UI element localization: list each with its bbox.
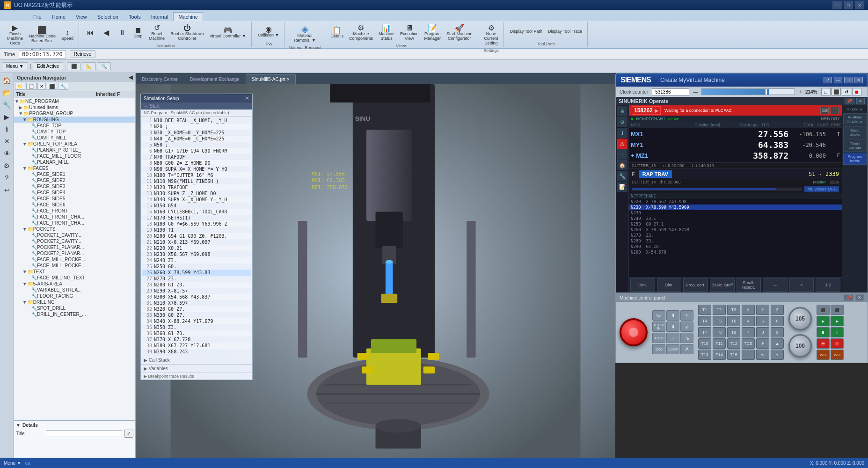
tree-item-29[interactable]: 🔧FACE_MILLING_TEXT [14, 275, 135, 281]
tree-item-16[interactable]: 🔧FACE_SIDE5 [14, 196, 135, 202]
left-icon-question[interactable]: ? [1, 172, 13, 183]
tree-item-22[interactable]: 🔧POCKET1_CAVITY... [14, 232, 135, 238]
btn-speed[interactable]: ↕ Speed [59, 28, 76, 43]
btn-pause[interactable]: ⏸ [115, 28, 130, 38]
tree-item-20[interactable]: 🔧FACE_FRONT_CHA... [14, 220, 135, 226]
t4-btn2[interactable]: 4 [742, 316, 755, 326]
btn-start-machine-configurator[interactable]: 🚀Start MachineConfigurator [444, 23, 475, 43]
left-icon-tools[interactable]: 🔧 [1, 99, 13, 110]
tree-item-34[interactable]: 🔧SPOT_DRILL [14, 305, 135, 311]
btn-machine-status[interactable]: 📊MachineStatus [376, 23, 397, 43]
tab-sinumill5[interactable]: SinuMill5-AC.prt × [246, 74, 296, 84]
sin-icon-prog[interactable]: 📝 [617, 182, 627, 192]
clock-view-btn3[interactable]: ↺ [842, 88, 851, 95]
t3-btn[interactable]: T3 [727, 305, 740, 315]
left-icon-settings[interactable]: ⚙ [1, 160, 13, 171]
siemens-minimize-button[interactable]: — [834, 77, 842, 83]
mcp-arr2[interactable]: ↖ [680, 310, 693, 321]
mcp-arr6[interactable]: ↘ [680, 333, 693, 343]
close-button[interactable]: ✕ [855, 1, 864, 9]
tree-item-23[interactable]: 🔧POCKET2_CAVITY... [14, 238, 135, 244]
ty-btn[interactable]: Y [756, 305, 769, 315]
t7-btn[interactable]: T7 [698, 327, 711, 337]
tree-item-30[interactable]: ▼📁5-AXIS-AREA [14, 281, 135, 287]
retrieve-button[interactable]: Retrieve [70, 50, 95, 58]
mcp-1000[interactable]: 1000 [652, 344, 665, 354]
siemens-maximize-button[interactable]: □ [844, 77, 853, 83]
mcp-close-btn[interactable]: ✕ [855, 294, 864, 301]
t10-btn[interactable]: T10 [698, 338, 711, 349]
tree-item-5[interactable]: 🔧CAVITY_TOP [14, 129, 135, 135]
edit-active-button[interactable]: Edit Active [33, 62, 63, 70]
mcp-auto2[interactable]: A [680, 344, 693, 354]
variables-section[interactable]: ▶ Variables [141, 364, 252, 373]
sk-arrow[interactable]: > [789, 278, 814, 292]
btn-finish-machine-code[interactable]: ▶ FinishMachineCode [5, 23, 25, 47]
tree-item-26[interactable]: 🔧FACE_MILL_POCKE... [14, 256, 135, 263]
mcp-action1[interactable]: ⬛ [817, 305, 830, 315]
btn-machine-code-sim[interactable]: ⬛ Machine CodeBased Sim. [26, 25, 58, 45]
call-stack[interactable]: ▶ Call Stack [141, 356, 252, 364]
tab-machine[interactable]: Machine [173, 12, 203, 21]
tree-item-8[interactable]: 🔧PLANAR_PROFILE_ [14, 147, 135, 153]
btn-machine-components[interactable]: ⚙MachineComponents [347, 23, 375, 43]
btn-display-tool-trace[interactable]: Display Tool Trace [546, 28, 584, 36]
estop-button[interactable] [620, 318, 648, 346]
t5-btn2[interactable]: 5 [756, 316, 769, 326]
mcp-arr1[interactable]: ⬆ [666, 310, 679, 321]
sin-icon-settings[interactable]: ⚙ [617, 117, 627, 127]
left-icon-view[interactable]: 👁 [1, 148, 13, 159]
tz-down-btn[interactable]: ▼ [756, 338, 769, 349]
t5-btn[interactable]: T5 [713, 316, 726, 326]
window-controls[interactable]: — □ ✕ [832, 1, 864, 9]
tab-discovery-center[interactable]: Discovery Center [136, 74, 184, 84]
sin-override-button[interactable]: Init. values MFS [804, 186, 839, 192]
mcp-green3[interactable]: ⏹ [817, 327, 830, 337]
left-icon-sim[interactable]: ▶ [1, 111, 13, 123]
tree-item-11[interactable]: ▼📁FACES [14, 165, 135, 171]
tab-file[interactable]: File [28, 12, 47, 21]
t13-btn[interactable]: T13 [698, 350, 711, 360]
mcp-orange2[interactable]: WO [831, 350, 844, 360]
tree-item-12[interactable]: 🔧FACE_SIDE1 [14, 171, 135, 177]
t14-btn[interactable]: T14 [713, 350, 726, 360]
tree-item-6[interactable]: 🔧CAVITY_MILL [14, 135, 135, 141]
t1-btn[interactable]: T1 [698, 305, 711, 315]
t8-btn2[interactable]: 8 [756, 327, 769, 337]
tb-icon-3[interactable]: 🔍 [97, 62, 111, 70]
tree-item-28[interactable]: ▼📁TEXT [14, 269, 135, 275]
mcp-arr3[interactable]: ⬇ [666, 322, 679, 332]
sin-icon-tool[interactable]: 🔧 [617, 171, 627, 181]
clock-view-btn1[interactable]: □ [821, 88, 831, 95]
sin-icon-info[interactable]: ℹ [617, 128, 627, 138]
tab-internal[interactable]: Internal [146, 12, 174, 21]
maximize-button[interactable]: □ [844, 1, 853, 9]
sk-prog-cert[interactable]: Prog. cert. [683, 278, 708, 292]
tree-item-24[interactable]: 🔧POCKET1_PLANAR... [14, 244, 135, 250]
clock-plus-button[interactable]: + [799, 89, 802, 95]
tree-item-13[interactable]: 🔧FACE_SIDE2 [14, 177, 135, 183]
tree-item-25[interactable]: 🔧POCKET2_PLANAR... [14, 250, 135, 256]
op-nav-btn3[interactable]: ✕ [37, 83, 46, 90]
sin-keyboard-icon[interactable]: ⌨ [820, 107, 829, 114]
op-nav-btn5[interactable]: 🔧 [58, 83, 68, 90]
statusbar-menu[interactable]: Menu ▼ [4, 461, 22, 466]
clock-view-btn4[interactable]: ⏹ [852, 88, 861, 95]
left-icon-arrow[interactable]: ↩ [1, 184, 13, 196]
t9-btn2[interactable]: 9 [771, 327, 784, 337]
tree-item-19[interactable]: 🔧FACE_FRONT_CHA... [14, 214, 135, 220]
mcp-auto[interactable]: AUTO [652, 333, 665, 343]
tsine-btn[interactable]: ∿ [756, 350, 769, 360]
mcp-pin-btn[interactable]: 📌 [844, 294, 853, 301]
menu-button[interactable]: Menu ▼ [2, 62, 28, 70]
op-nav-btn4[interactable]: ⬛ [47, 83, 57, 90]
tree-item-21[interactable]: ▼📁POCKETS [14, 226, 135, 232]
tplus-btn[interactable]: + [771, 350, 784, 360]
nc-program-close[interactable]: ✕ [245, 95, 249, 102]
btn-virtual-controller[interactable]: 🎮Virtual Controller ▼ [207, 25, 248, 40]
tree-item-18[interactable]: 🔧FACE_FRONT [14, 208, 135, 214]
tree-item-4[interactable]: 🔧FACE_TOP [14, 123, 135, 129]
btn-execution-view[interactable]: 🖥ExecutionView [398, 23, 421, 43]
sin-icon-screen[interactable]: 🖥 [617, 106, 627, 117]
sinumerik-pin-button[interactable]: 📌 [845, 98, 854, 104]
